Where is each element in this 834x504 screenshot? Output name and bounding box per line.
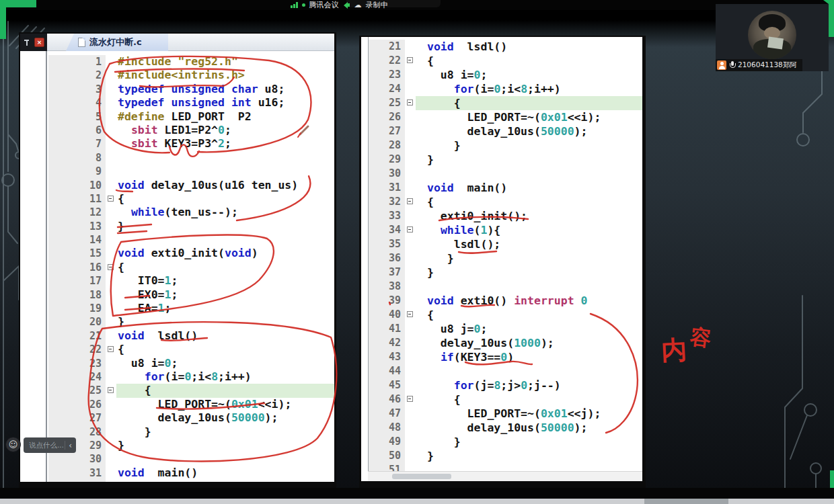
code-line-31[interactable]: 31void main()	[48, 466, 334, 480]
code-text: {	[416, 96, 642, 110]
code-line-15[interactable]: 15void exti0_init(void)	[48, 247, 334, 260]
code-text: delay_10us(50000);	[116, 411, 334, 425]
code-line-29[interactable]: 29}	[368, 153, 642, 167]
code-line-34[interactable]: 34 while(1){	[368, 223, 642, 237]
code-line-38[interactable]: 38	[368, 280, 642, 294]
code-line-46[interactable]: 46 {	[368, 392, 642, 407]
code-line-20[interactable]: 20}	[48, 315, 334, 329]
code-line-25[interactable]: 25 {	[48, 384, 334, 397]
code-text: delay_10us(1000);	[416, 336, 642, 350]
speaker-icon[interactable]	[343, 1, 350, 9]
code-line-30[interactable]: 30	[368, 167, 642, 181]
code-line-26[interactable]: 26 LED_PORT=~(0x01<<i);	[48, 398, 334, 411]
code-line-47[interactable]: 47 LED_PORT=~(0x01<<j);	[368, 407, 642, 421]
code-area-left[interactable]: 1#include "reg52.h"2#include<intrins.h>3…	[48, 55, 334, 482]
code-line-7[interactable]: 7 sbit KEY3=P3^2;	[48, 137, 334, 151]
fold-gutter	[106, 96, 116, 110]
code-line-4[interactable]: 4typedef unsigned int u16;	[48, 96, 334, 110]
code-text	[416, 364, 642, 378]
project-panel-strip[interactable]	[20, 51, 47, 482]
webcam-video-tile[interactable]: 2106041138郑阿	[716, 4, 829, 71]
code-line-21[interactable]: 21void lsdl()	[48, 329, 334, 343]
code-area-right[interactable]: 21void lsdl()22{23 u8 i=0;24 for(i=0;i<8…	[368, 40, 642, 481]
code-line-44[interactable]: 44	[368, 364, 642, 378]
code-line-31[interactable]: 31void main()	[368, 181, 642, 195]
code-line-41[interactable]: 41 u8 j=0;	[368, 322, 642, 336]
code-line-39[interactable]: 39void exti0() interrupt 0	[368, 294, 642, 308]
panel-mini-toolbar: ×	[20, 34, 47, 51]
code-line-25[interactable]: 25 {	[368, 96, 642, 110]
code-text: {	[116, 480, 334, 482]
code-line-12[interactable]: 12 while(ten_us--);	[48, 206, 334, 219]
pin-icon[interactable]	[24, 39, 30, 46]
fold-collapse-button[interactable]	[108, 196, 114, 202]
code-line-24[interactable]: 24 for(i=0;i<8;i++)	[48, 370, 334, 384]
tab-file[interactable]: 流水灯中断.c	[66, 34, 168, 51]
fold-gutter	[106, 233, 116, 247]
code-line-49[interactable]: 49 }	[368, 435, 642, 449]
code-line-17[interactable]: 17 IT0=1;	[48, 274, 334, 288]
fold-collapse-button[interactable]	[407, 99, 413, 106]
code-line-40[interactable]: 40{	[368, 308, 642, 322]
code-line-2[interactable]: 2#include<intrins.h>	[48, 69, 334, 82]
fold-collapse-button[interactable]	[407, 198, 413, 204]
code-line-18[interactable]: 18 EX0=1;	[48, 288, 334, 302]
avatar-paper	[767, 37, 784, 50]
code-text: delay_10us(50000);	[416, 421, 642, 435]
code-line-30[interactable]: 30	[48, 452, 334, 466]
code-line-28[interactable]: 28 }	[48, 425, 334, 439]
fold-collapse-button[interactable]	[407, 311, 413, 317]
code-line-27[interactable]: 27 delay_10us(50000);	[48, 411, 334, 425]
code-line-3[interactable]: 3typedef unsigned char u8;	[48, 83, 334, 96]
fold-collapse-button[interactable]	[407, 57, 413, 63]
code-line-11[interactable]: 11{	[48, 192, 334, 206]
fold-collapse-button[interactable]	[407, 396, 413, 402]
code-line-23[interactable]: 23 u8 i=0;	[48, 357, 334, 370]
code-line-32[interactable]: 32{	[48, 480, 334, 482]
code-line-50[interactable]: 50}	[368, 449, 642, 463]
code-line-36[interactable]: 36 }	[368, 251, 642, 265]
code-line-37[interactable]: 37}	[368, 265, 642, 280]
fold-gutter	[405, 82, 416, 96]
code-line-21[interactable]: 21void lsdl()	[368, 40, 642, 54]
code-line-8[interactable]: 8	[48, 151, 334, 165]
code-line-43[interactable]: 43 if(KEY3==0)	[368, 350, 642, 364]
code-line-13[interactable]: 13}	[48, 220, 334, 233]
code-line-35[interactable]: 35 lsdl();	[368, 237, 642, 251]
emoji-button[interactable]: ☺	[5, 437, 21, 452]
fold-collapse-button[interactable]	[108, 346, 114, 352]
code-line-45[interactable]: 45 for(j=8;j>0;j--)	[368, 378, 642, 392]
code-line-22[interactable]: 22{	[368, 54, 642, 68]
fold-collapse-button[interactable]	[407, 226, 413, 233]
code-line-28[interactable]: 28 }	[368, 138, 642, 153]
code-line-42[interactable]: 42 delay_10us(1000);	[368, 336, 642, 350]
code-line-1[interactable]: 1#include "reg52.h"	[48, 55, 334, 69]
fold-collapse-button[interactable]	[108, 264, 114, 270]
collapse-chevron-icon[interactable]: ‹	[69, 442, 72, 450]
code-line-27[interactable]: 27 delay_10us(50000);	[368, 124, 642, 138]
code-line-19[interactable]: 19 EA=1;	[48, 302, 334, 315]
code-line-6[interactable]: 6 sbit LED1=P2^0;	[48, 124, 334, 137]
code-text: LED_PORT=~(0x01<<i);	[416, 110, 642, 124]
code-line-26[interactable]: 26 LED_PORT=~(0x01<<i);	[368, 110, 642, 124]
chat-input-pill[interactable]: 说点什么... ‹	[24, 437, 76, 453]
code-line-22[interactable]: 22{	[48, 343, 334, 356]
code-line-5[interactable]: 5#define LED_PORT P2	[48, 110, 334, 124]
code-line-16[interactable]: 16{	[48, 261, 334, 274]
close-button[interactable]: ×	[34, 38, 44, 47]
code-line-29[interactable]: 29}	[48, 439, 334, 452]
code-line-24[interactable]: 24 for(i=0;i<8;i++)	[368, 82, 642, 96]
line-number: 3	[48, 83, 106, 96]
fold-collapse-button[interactable]	[108, 387, 114, 393]
code-line-10[interactable]: 10void delay_10us(u16 ten_us)	[48, 179, 334, 192]
microphone-icon	[729, 61, 735, 70]
code-line-48[interactable]: 48 delay_10us(50000);	[368, 421, 642, 435]
collapsed-panel-strip[interactable]	[361, 37, 369, 481]
code-line-33[interactable]: 33 exti0_init();	[368, 209, 642, 223]
code-line-9[interactable]: 9	[48, 165, 334, 178]
horizontal-scrollbar[interactable]	[368, 471, 642, 481]
code-line-32[interactable]: 32{	[368, 195, 642, 209]
code-line-23[interactable]: 23 u8 i=0;	[368, 68, 642, 82]
scrollbar-thumb[interactable]	[392, 474, 451, 479]
code-line-14[interactable]: 14	[48, 233, 334, 247]
